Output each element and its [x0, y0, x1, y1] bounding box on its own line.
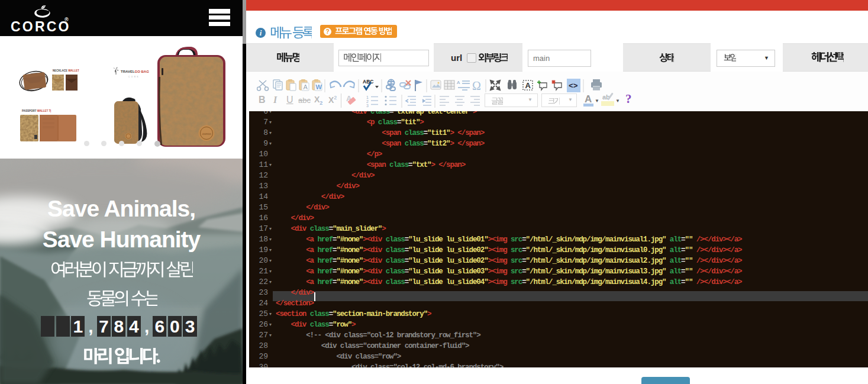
svg-text:2: 2	[366, 99, 369, 104]
svg-text:W: W	[316, 83, 322, 91]
svg-text:C O R K: C O R K	[128, 76, 139, 78]
svg-text:<>: <>	[569, 82, 578, 91]
svg-text:3: 3	[366, 104, 369, 108]
svg-text:1: 1	[366, 95, 369, 99]
svg-text:GO BAG: GO BAG	[135, 70, 150, 73]
svg-text:A: A	[304, 83, 308, 91]
svg-text:Ω: Ω	[472, 79, 481, 92]
svg-text:ABC: ABC	[363, 79, 373, 85]
svg-text:corco: corco	[202, 132, 211, 135]
svg-text:PASSPORT WALLET 7|: PASSPORT WALLET 7|	[22, 109, 51, 112]
svg-text:TRAVEL: TRAVEL	[121, 70, 135, 73]
svg-text:A: A	[457, 80, 460, 85]
svg-text:NECKLACE WALLET: NECKLACE WALLET	[53, 69, 79, 72]
svg-text:A: A	[525, 81, 531, 90]
